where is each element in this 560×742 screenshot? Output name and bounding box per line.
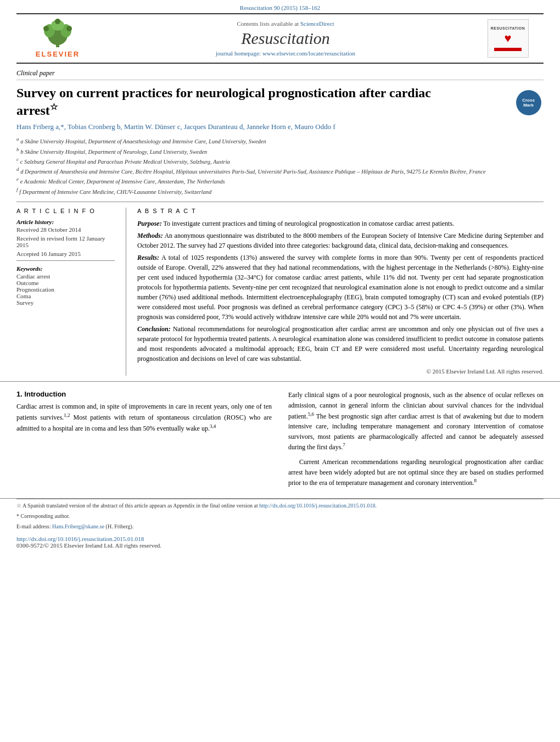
accepted-date: Accepted 16 January 2015 [16,250,115,257]
keywords-label: Keywords: [16,265,115,272]
crossmark-inner: Cross Mark [516,90,541,115]
bottom-copyright: 0300-9572/© 2015 Elsevier Ireland Ltd. A… [16,542,544,549]
results-text: A total of 1025 respondents (13%) answer… [137,254,544,321]
affiliation-a: a a Skåne University Hospital, Departmen… [16,136,544,146]
abstract-heading: A B S T R A C T [137,208,544,214]
affiliation-b: b b Skåne University Hospital, Departmen… [16,146,544,156]
elsevier-logo: ELSEVIER [27,19,88,58]
email-label: E-mail address: [16,523,51,529]
purpose-text: To investigate current practices and tim… [163,220,454,227]
body-para1: Cardiac arrest is common and, in spite o… [16,401,272,433]
purpose-label: Purpose: [137,220,162,227]
footnotes-divider [16,499,544,499]
article-main: Clinical paper Survey on current practic… [0,64,560,376]
section1-title: 1. Introduction [16,390,272,398]
body-two-col: 1. Introduction Cardiac arrest is common… [16,390,544,492]
ref-8: 8 [474,478,477,483]
title-star: ☆ [50,102,58,111]
sciencedirect-label: Contents lists available at [237,20,299,27]
doi-link[interactable]: http://dx.doi.org/10.1016/j.resuscitatio… [16,535,144,542]
keyword-5: Survey [16,299,115,306]
abstract-purpose: Purpose: To investigate current practice… [137,219,544,228]
ref-3-4: 3,4 [210,423,216,429]
right-para2-text: Current American recommendations regardi… [288,458,544,487]
resus-heart-icon: ♥ [504,31,511,46]
ref-7: 7 [343,442,345,448]
abstract-methods: Methods: An anonymous questionnaire was … [137,231,544,250]
abstract-copyright: © 2015 Elsevier Ireland Ltd. All rights … [137,367,544,376]
abstract-col: A B S T R A C T Purpose: To investigate … [126,208,544,376]
title-row: Survey on current practices for neurolog… [16,85,544,119]
elsevier-text: ELSEVIER [36,50,80,58]
abstract-text: Purpose: To investigate current practice… [137,219,544,376]
svg-point-5 [43,26,49,31]
ref-1-2: 1,2 [64,412,70,418]
affiliation-e: e e Academic Medical Center, Department … [16,176,544,186]
page: Resuscitation 90 (2015) 158–162 ELSEVIER [0,0,560,742]
email-link[interactable]: Hans.Friberg@skane.se [52,523,104,529]
journal-header: ELSEVIER Contents lists available at Sci… [16,13,544,64]
footnote-star: ☆ A Spanish translated version of the ab… [16,501,544,510]
abstract-conclusion: Conclusion: National recommendations for… [137,324,544,364]
body-right-para2: Current American recommendations regardi… [288,457,544,488]
body-right: Early clinical signs of a poor neurologi… [288,390,544,492]
resus-title: RESUSCITATION [491,26,525,30]
journal-reference: Resuscitation 90 (2015) 158–162 [0,0,560,13]
article-info-heading: A R T I C L E I N F O [16,208,115,214]
body-intro-text: Cardiac arrest is common and, in spite o… [16,401,272,433]
revised-date: Received in revised form 12 January 2015 [16,235,115,248]
affiliation-d: d d Department of Anaesthesia and Intens… [16,166,544,176]
results-label: Results: [137,254,159,261]
abstract-results: Results: A total of 1025 respondents (13… [137,253,544,322]
conclusion-text: National recommendations for neurologica… [137,325,544,362]
resus-bar [494,48,522,51]
footnote-corresponding: * Corresponding author. [16,512,544,520]
svg-point-6 [66,26,72,31]
conclusion-label: Conclusion: [137,325,171,333]
footnotes: ☆ A Spanish translated version of the ab… [0,498,560,533]
info-divider [16,260,115,261]
corresponding-text: * Corresponding author. [16,513,70,519]
star-note-text: ☆ A Spanish translated version of the ab… [16,503,258,509]
ref-5-6: 5,6 [308,411,314,417]
section-label: Clinical paper [16,69,544,80]
footnote-email: E-mail address: Hans.Friberg@skane.se (H… [16,522,544,531]
homepage-label: journal homepage: [216,50,261,57]
affiliation-c: c c Salzburg General Hospital and Parace… [16,156,544,166]
two-col-section: A R T I C L E I N F O Article history: R… [16,202,544,376]
journal-homepage: journal homepage: www.elsevier.com/locat… [88,50,483,57]
crossmark: Cross Mark [513,87,544,118]
resuscitation-logo: RESUSCITATION ♥ [483,19,533,58]
right-para1-cont: The best prognostic sign after cardiac a… [288,412,544,451]
methods-text: An anonymous questionnaire was distribut… [137,232,544,249]
article-info: A R T I C L E I N F O Article history: R… [16,208,126,376]
sciencedirect-line: Contents lists available at ScienceDirec… [88,20,483,27]
doi-line: http://dx.doi.org/10.1016/j.resuscitatio… [16,535,544,542]
star-url-link[interactable]: http://dx.doi.org/10.1016/j.resuscitatio… [259,503,375,509]
sciencedirect-link[interactable]: ScienceDirect [300,20,334,27]
body-left: 1. Introduction Cardiac arrest is common… [16,390,272,492]
methods-label: Methods: [137,232,163,239]
title-text: Survey on current practices for neurolog… [16,86,431,118]
body-right-text: Early clinical signs of a poor neurologi… [288,390,544,488]
bottom-links: http://dx.doi.org/10.1016/j.resuscitatio… [0,533,560,551]
affiliations: a a Skåne University Hospital, Departmen… [16,136,544,196]
journal-reference-link[interactable]: Resuscitation 90 (2015) 158–162 [240,4,320,11]
article-title: Survey on current practices for neurolog… [16,85,472,119]
body-right-para1: Early clinical signs of a poor neurologi… [288,390,544,453]
affiliation-f: f f Department of Intensive Care Medicin… [16,186,544,196]
svg-point-7 [55,19,60,24]
authors: Hans Friberg a,*, Tobias Cronberg b, Mar… [16,122,544,131]
body-content: 1. Introduction Cardiac arrest is common… [0,381,560,498]
keyword-1: Cardiac arrest [16,273,115,280]
email-name: (H. Friberg). [106,523,134,529]
keyword-2: Outcome [16,280,115,286]
keyword-4: Coma [16,293,115,299]
received-date: Received 28 October 2014 [16,226,115,233]
elsevier-tree-icon [38,19,77,49]
keyword-3: Prognostication [16,286,115,293]
journal-center: Contents lists available at ScienceDirec… [88,20,483,57]
resus-box: RESUSCITATION ♥ [488,19,529,58]
homepage-link[interactable]: www.elsevier.com/locate/resuscitation [262,50,355,57]
history-label: Article history: [16,219,115,225]
